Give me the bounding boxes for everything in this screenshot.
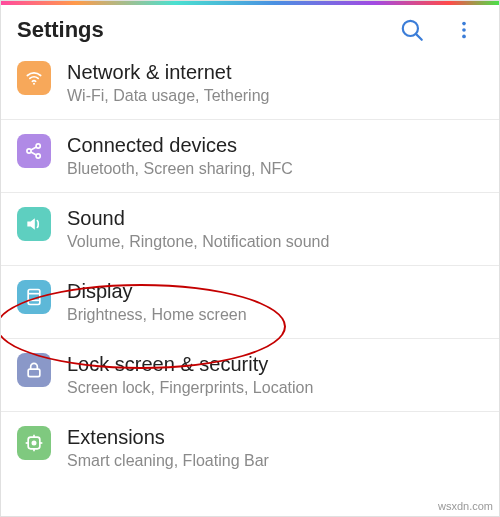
display-icon (17, 280, 51, 314)
svg-point-5 (33, 83, 35, 85)
settings-item-network[interactable]: Network & internet Wi-Fi, Data usage, Te… (1, 55, 499, 120)
share-icon (17, 134, 51, 168)
settings-header: Settings (1, 5, 499, 55)
settings-item-lock[interactable]: Lock screen & security Screen lock, Fing… (1, 339, 499, 412)
item-subtitle: Volume, Ringtone, Notification sound (67, 233, 483, 251)
settings-list: Network & internet Wi-Fi, Data usage, Te… (1, 55, 499, 484)
svg-point-16 (32, 441, 35, 444)
settings-item-display[interactable]: Display Brightness, Home screen (1, 266, 499, 339)
speaker-icon (17, 207, 51, 241)
item-title: Sound (67, 205, 483, 231)
item-title: Lock screen & security (67, 351, 483, 377)
search-button[interactable] (399, 17, 425, 43)
svg-line-9 (31, 147, 37, 150)
item-subtitle: Bluetooth, Screen sharing, NFC (67, 160, 483, 178)
svg-point-2 (462, 22, 466, 26)
svg-point-7 (36, 144, 40, 148)
svg-point-6 (27, 149, 31, 153)
page-title: Settings (17, 17, 399, 43)
item-text: Lock screen & security Screen lock, Fing… (67, 351, 483, 397)
svg-point-4 (462, 35, 466, 39)
svg-point-8 (36, 154, 40, 158)
more-vertical-icon (453, 19, 475, 41)
item-title: Network & internet (67, 59, 483, 85)
settings-item-devices[interactable]: Connected devices Bluetooth, Screen shar… (1, 120, 499, 193)
settings-item-extensions[interactable]: Extensions Smart cleaning, Floating Bar (1, 412, 499, 484)
item-title: Extensions (67, 424, 483, 450)
item-title: Connected devices (67, 132, 483, 158)
svg-line-10 (31, 152, 37, 155)
item-title: Display (67, 278, 483, 304)
item-text: Extensions Smart cleaning, Floating Bar (67, 424, 483, 470)
header-actions (399, 17, 483, 43)
item-subtitle: Screen lock, Fingerprints, Location (67, 379, 483, 397)
item-text: Network & internet Wi-Fi, Data usage, Te… (67, 59, 483, 105)
item-text: Sound Volume, Ringtone, Notification sou… (67, 205, 483, 251)
item-text: Connected devices Bluetooth, Screen shar… (67, 132, 483, 178)
item-subtitle: Wi-Fi, Data usage, Tethering (67, 87, 483, 105)
search-icon (399, 17, 425, 43)
more-menu-button[interactable] (453, 19, 475, 41)
svg-point-3 (462, 28, 466, 32)
extensions-icon (17, 426, 51, 460)
svg-line-1 (416, 34, 422, 40)
watermark: wsxdn.com (438, 500, 493, 512)
item-subtitle: Brightness, Home screen (67, 306, 483, 324)
item-subtitle: Smart cleaning, Floating Bar (67, 452, 483, 470)
svg-rect-14 (28, 369, 40, 377)
item-text: Display Brightness, Home screen (67, 278, 483, 324)
settings-item-sound[interactable]: Sound Volume, Ringtone, Notification sou… (1, 193, 499, 266)
wifi-icon (17, 61, 51, 95)
svg-rect-11 (28, 290, 40, 305)
lock-icon (17, 353, 51, 387)
